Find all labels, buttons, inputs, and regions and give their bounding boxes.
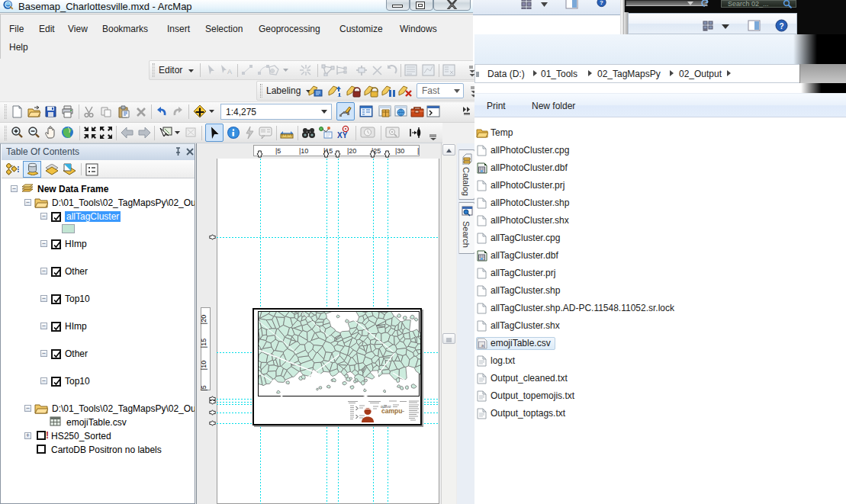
svg-text:?: ? — [780, 22, 784, 30]
svg-text:?: ? — [600, 0, 603, 6]
svg-text:XY: XY — [337, 131, 348, 140]
svg-text:A: A — [227, 68, 232, 75]
svg-text:campu: campu — [381, 407, 402, 415]
